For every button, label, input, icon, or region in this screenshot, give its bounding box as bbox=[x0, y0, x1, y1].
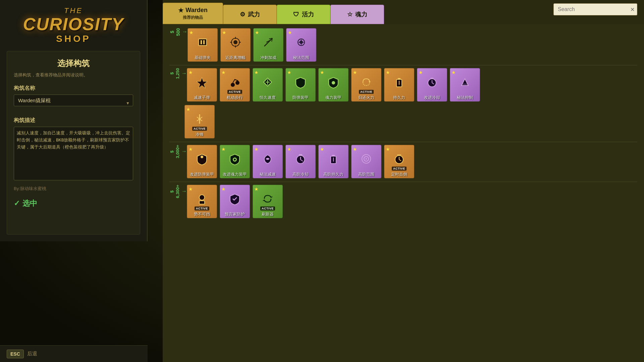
tab-mouli[interactable]: ☆ 魂力 bbox=[330, 5, 384, 24]
item-star: ★ bbox=[254, 186, 259, 192]
item-定时击倒[interactable]: ★ ACTIVE 定时击倒 bbox=[384, 145, 414, 178]
item-改进冷却[interactable]: ★ 改进冷却 bbox=[417, 68, 447, 102]
item-机动步行[interactable]: ★ ACTIVE 机动步行 bbox=[220, 68, 250, 102]
item-icon bbox=[226, 74, 243, 90]
huoli-icon: 🛡 bbox=[293, 11, 299, 18]
item-近距离增幅[interactable]: ★ 近距离增幅 bbox=[220, 28, 251, 62]
item-高阶持久力[interactable]: ★ 高阶持久力 bbox=[318, 145, 348, 178]
item-star: ★ bbox=[287, 146, 291, 152]
item-star: ★ bbox=[287, 70, 291, 75]
price-row-3000: $ 3,000+ ↓ ★ 改进防弹装甲 ★ 改进魂力装甲 bbox=[169, 145, 637, 178]
tab-wuli[interactable]: ⚙ 武力 bbox=[223, 5, 277, 24]
item-高阶范围[interactable]: ★ 高阶范围 bbox=[351, 145, 381, 178]
item-高阶冷却[interactable]: ★ 高阶冷却 bbox=[285, 145, 316, 178]
esc-key[interactable]: ESC bbox=[7, 350, 24, 358]
wuli-label: 武力 bbox=[248, 10, 260, 18]
item-icon bbox=[293, 34, 310, 51]
item-持久力[interactable]: ★ 持久力 bbox=[384, 68, 414, 102]
item-秘法减速[interactable]: ★ 秘法减速 bbox=[253, 145, 283, 178]
checkmark-icon: ✓ bbox=[14, 199, 20, 208]
item-归还火力[interactable]: ★ ACTIVE 归还火力 bbox=[351, 68, 381, 102]
price-label-500: $ 500 ↓ bbox=[169, 28, 187, 39]
price-label-3000: $ 3,000+ ↓ bbox=[169, 145, 187, 162]
svg-point-35 bbox=[234, 159, 236, 161]
item-star: ★ bbox=[189, 70, 193, 75]
item-秘法范围[interactable]: ★ 秘法范围 bbox=[286, 28, 316, 62]
search-close-icon[interactable]: ✕ bbox=[630, 6, 635, 13]
price-dollar-6300: $ bbox=[169, 190, 174, 192]
svg-point-16 bbox=[231, 83, 235, 87]
svg-point-17 bbox=[235, 81, 239, 85]
price-amount-6300: 6,300+ bbox=[175, 185, 180, 198]
build-name-select[interactable]: Warden撬屎棍 bbox=[14, 95, 133, 106]
item-active-badge: ACTIVE bbox=[392, 167, 407, 171]
item-冲刺加成[interactable]: ★ 冲刺加成 bbox=[253, 28, 283, 62]
mouli-label: 魂力 bbox=[355, 10, 367, 18]
items-row-500: ★ 基础弹夹 ★ 近距离增幅 ★ bbox=[187, 28, 637, 62]
item-魂力装甲[interactable]: ★ 魂力装甲 bbox=[318, 68, 348, 102]
logo-the: THE bbox=[23, 7, 124, 15]
item-name: 高阶范围 bbox=[353, 172, 380, 177]
price-arrow-6300: ↓ bbox=[181, 190, 187, 193]
search-input[interactable] bbox=[553, 3, 637, 15]
build-desc-textarea[interactable]: 减别人速度，加自己速度，开大吸吸吸，冲上去抗伤害。定时击倒，秘法减速，BKB放额… bbox=[14, 127, 133, 180]
select-btn-label: 选中 bbox=[22, 198, 37, 208]
item-name: 改进防弹装甲 bbox=[189, 172, 215, 177]
wuli-icon: ⚙ bbox=[240, 11, 245, 18]
item-防弹装甲[interactable]: ★ 防弹装甲 bbox=[285, 68, 316, 102]
item-基础弹夹[interactable]: ★ 基础弹夹 bbox=[187, 28, 218, 62]
svg-point-20 bbox=[332, 81, 335, 84]
select-button[interactable]: ✓ 选中 bbox=[14, 198, 133, 208]
tabs-bar: ★ Warden 推荐的物品 ⚙ 武力 🛡 活力 ☆ 魂力 ✕ bbox=[163, 0, 644, 24]
item-改进防弹装甲[interactable]: ★ 改进防弹装甲 bbox=[187, 145, 217, 178]
items-row-1250-b: ★ ACTIVE 冷锋 bbox=[184, 105, 637, 138]
price-row-500: $ 500 ↓ ★ 基础弹夹 ★ 近距离增幅 bbox=[169, 28, 637, 62]
tab-warden[interactable]: ★ Warden 推荐的物品 bbox=[163, 3, 223, 24]
build-name-wrapper: Warden撬屎棍 bbox=[14, 95, 133, 112]
item-秘法抑制[interactable]: ★ 秘法抑制 bbox=[450, 68, 480, 102]
item-star: ★ bbox=[189, 30, 194, 35]
svg-point-33 bbox=[201, 156, 203, 158]
price-label-1250: $ 1,250 ↓ bbox=[169, 68, 187, 82]
item-name: 预言家防护 bbox=[221, 212, 248, 217]
item-name: 基础弹夹 bbox=[189, 55, 216, 60]
main-area: ★ Warden 推荐的物品 ⚙ 武力 🛡 活力 ☆ 魂力 ✕ bbox=[163, 0, 644, 362]
item-icon bbox=[191, 111, 208, 127]
item-刷新器[interactable]: ★ ACTIVE 刷新器 bbox=[253, 185, 283, 218]
item-name: 防弹装甲 bbox=[287, 95, 314, 100]
item-star: ★ bbox=[386, 70, 390, 75]
item-势不可挡[interactable]: ★ ACTIVE 势不可挡 bbox=[187, 185, 217, 218]
item-active-badge: ACTIVE bbox=[195, 206, 209, 210]
item-star: ★ bbox=[288, 30, 292, 35]
item-icon bbox=[259, 190, 276, 207]
item-star: ★ bbox=[189, 186, 193, 192]
item-star: ★ bbox=[353, 146, 357, 152]
esc-bar: ESC 后退 bbox=[0, 345, 148, 362]
item-star: ★ bbox=[320, 70, 324, 75]
price-arrow-3000: ↓ bbox=[181, 150, 187, 153]
warden-tab-sublabel: 推荐的物品 bbox=[183, 15, 203, 20]
item-冷锋[interactable]: ★ ACTIVE 冷锋 bbox=[184, 105, 215, 138]
item-减速子弹[interactable]: ★ 减速子弹 bbox=[187, 68, 217, 102]
svg-rect-2 bbox=[203, 40, 205, 44]
price-row-1250: $ 1,250 ↓ ★ 减速子弹 ★ ACTIVE bbox=[169, 68, 637, 102]
item-active-badge: ACTIVE bbox=[260, 206, 275, 210]
item-star: ★ bbox=[221, 146, 226, 152]
item-恒久速度[interactable]: ★ 恒久速度 bbox=[253, 68, 283, 102]
item-name: 减速子弹 bbox=[189, 95, 215, 100]
divider-2 bbox=[169, 142, 637, 142]
items-row-3000: ★ 改进防弹装甲 ★ 改进魂力装甲 ★ bbox=[187, 145, 637, 178]
item-name: 改进魂力装甲 bbox=[221, 172, 248, 177]
item-name: 冷锋 bbox=[186, 132, 213, 137]
item-name: 归还火力 bbox=[353, 95, 380, 100]
svg-point-32 bbox=[199, 118, 201, 120]
item-改进魂力装甲[interactable]: ★ 改进魂力装甲 bbox=[220, 145, 250, 178]
item-star: ★ bbox=[186, 107, 191, 112]
tab-huoli[interactable]: 🛡 活力 bbox=[277, 5, 330, 24]
items-container: $ 500 ↓ ★ 基础弹夹 ★ 近距离增幅 bbox=[163, 24, 644, 362]
item-icon bbox=[457, 74, 473, 90]
price-dollar-500: $ bbox=[169, 31, 175, 34]
item-预言家防护[interactable]: ★ 预言家防护 bbox=[220, 185, 250, 218]
item-star: ★ bbox=[255, 30, 259, 35]
svg-point-4 bbox=[233, 40, 237, 44]
